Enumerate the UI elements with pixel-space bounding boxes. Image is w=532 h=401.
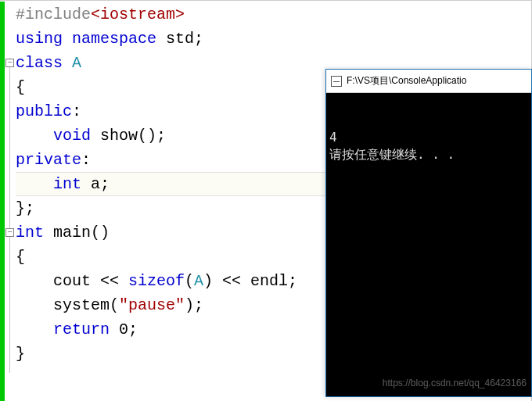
code-line[interactable]: using namespace std; (16, 27, 297, 51)
code-token: show(); (91, 127, 166, 145)
console-line: 请按任意键继续. . . (329, 146, 528, 163)
console-output[interactable]: 4请按任意键继续. . .https://blog.csdn.net/qq_46… (326, 93, 531, 396)
code-line[interactable]: { (16, 245, 297, 269)
code-line[interactable]: int main() (16, 220, 297, 245)
code-token: public (16, 102, 72, 120)
code-token (63, 30, 72, 48)
code-token: 0; (110, 320, 138, 338)
code-token: sizeof (128, 272, 185, 290)
code-token: : (72, 102, 81, 120)
console-title-text: F:\VS项目\ConsoleApplicatio (347, 74, 466, 88)
code-token: class (16, 54, 63, 72)
code-token: int (16, 224, 44, 242)
code-token: <iostream> (91, 5, 185, 23)
code-token: A (72, 54, 81, 72)
code-token (63, 54, 72, 72)
code-token: cout << (16, 272, 128, 290)
code-area[interactable]: #include<iostream>using namespace std;cl… (16, 2, 297, 366)
fold-toggle-icon[interactable]: − (5, 59, 14, 67)
code-token: A (194, 272, 203, 290)
code-line[interactable]: return 0; (16, 317, 297, 342)
code-token: a; (81, 175, 110, 193)
console-line: 4 (329, 129, 528, 146)
code-line[interactable]: } (16, 342, 297, 366)
code-token: { (16, 248, 25, 266)
code-token: ); (185, 296, 203, 314)
code-token: : (81, 151, 91, 169)
code-token: ( (185, 272, 194, 290)
code-token: system( (16, 296, 119, 314)
fold-toggle-icon[interactable]: − (5, 228, 14, 237)
code-token (16, 127, 53, 145)
code-line[interactable]: { (16, 75, 297, 99)
fold-gutter: −− (5, 2, 16, 401)
code-token (16, 175, 53, 193)
code-token: std; (156, 30, 203, 48)
code-token: main() (44, 224, 110, 242)
code-token: "pause" (119, 296, 185, 314)
code-token: } (16, 345, 25, 363)
code-token: int (53, 175, 81, 193)
code-line[interactable]: }; (16, 196, 297, 220)
code-token: void (53, 127, 91, 145)
code-line[interactable]: public: (16, 99, 297, 124)
code-token: }; (16, 199, 34, 217)
code-token: private (16, 151, 81, 169)
code-token: { (16, 78, 25, 96)
code-line[interactable]: int a; (16, 172, 297, 196)
console-titlebar[interactable]: F:\VS项目\ConsoleApplicatio (326, 70, 531, 93)
code-line[interactable]: void show(); (16, 124, 297, 148)
code-token: ) << endl; (203, 272, 297, 290)
console-window[interactable]: F:\VS项目\ConsoleApplicatio 4请按任意键继续. . .h… (325, 69, 532, 397)
code-line[interactable]: system("pause"); (16, 293, 297, 317)
console-icon (331, 76, 342, 87)
code-line[interactable]: private: (16, 148, 297, 172)
watermark: https://blog.csdn.net/qq_46423166 (383, 374, 527, 392)
code-token: return (53, 320, 110, 338)
code-token: namespace (72, 30, 156, 48)
code-token: using (16, 30, 63, 48)
code-line[interactable]: #include<iostream> (16, 2, 297, 27)
code-token: #include (16, 5, 91, 23)
code-line[interactable]: class A (16, 51, 297, 75)
code-line[interactable]: cout << sizeof(A) << endl; (16, 269, 297, 293)
code-token (16, 320, 53, 338)
